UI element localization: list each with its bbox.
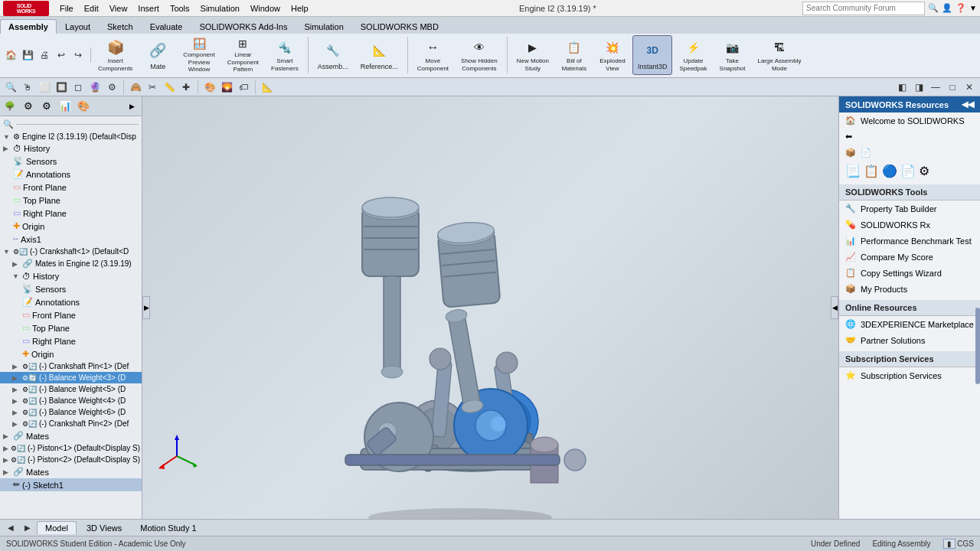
units-indicator[interactable]: ▮ [943,539,956,549]
tb2-view-right[interactable]: ◨ [911,80,926,95]
menu-simulation[interactable]: Simulation [196,2,244,15]
quickaccess-save[interactable]: 💾 [20,47,35,63]
tree-item-mates-in-engine[interactable]: ▶ 🔗 Mates in Engine I2 (3.19.19) [0,257,142,270]
tb2-view-left[interactable]: ◧ [894,80,910,95]
tb2-hide[interactable]: 🙈 [128,80,143,95]
quickaccess-redo[interactable]: ↪ [70,47,86,63]
left-panel-collapse[interactable]: ▶ [142,296,150,319]
tree-item-origin-sub[interactable]: ✚ Origin [0,347,142,360]
tab-nav-right[interactable]: ▶ [20,520,35,536]
menu-file[interactable]: File [55,2,78,15]
tree-item-top-plane-sub[interactable]: ▭ Top Plane [0,321,142,334]
tb2-view4[interactable]: 🔲 [54,80,69,95]
tree-item-balance-weight4[interactable]: ▶ ⚙🔄 (-) Balance Weight<4> (D [0,395,142,406]
btn-move-component[interactable]: ↔ MoveComponent [412,35,454,75]
tab-assembly[interactable]: Assembly [0,19,57,34]
tree-item-sensors-sub[interactable]: 📡 Sensors [0,282,142,295]
quickaccess-undo[interactable]: ↩ [54,47,69,63]
tb2-view6[interactable]: 🔮 [87,80,103,95]
options-icon[interactable]: ▼ [969,4,977,12]
btn-large-assembly[interactable]: 🏗 Large AssemblyMode [752,35,806,75]
rp-benchmark[interactable]: 📊 Performance Benchmark Test [839,233,980,249]
tree-item-front-plane[interactable]: ▭ Front Plane [0,181,142,194]
rp-property-tab-builder[interactable]: 🔧 Property Tab Builder [839,201,980,217]
menu-help[interactable]: Help [286,2,313,15]
tree-item-balance-weight6[interactable]: ▶ ⚙🔄 (-) Balance Weight<6> (D [0,406,142,418]
tab-3dviews[interactable]: 3D Views [78,521,130,535]
menu-edit[interactable]: Edit [80,2,103,15]
user-icon[interactable]: 👤 [942,3,952,13]
tb2-axes[interactable]: ✚ [178,80,194,95]
tree-item-mates2[interactable]: ▶ 🔗 Mates [0,465,142,478]
btn-bill-of-materials[interactable]: 📋 Bill ofMaterials [556,35,593,75]
rp-subscription[interactable]: ⭐ Subscription Services [839,367,980,383]
rp-3dexperience[interactable]: 🌐 3DEXPERIENCE Marketplace [839,316,980,332]
tab-nav-left[interactable]: ◀ [3,520,18,536]
btn-assembly[interactable]: 🔧 Assemb... [312,35,354,75]
tb2-view7[interactable]: ⚙ [104,80,119,95]
rp-partner-solutions[interactable]: 🤝 Partner Solutions [839,332,980,348]
tree-item-history-sub[interactable]: ▼ ⏱ History [0,270,142,282]
tab-mbd[interactable]: SOLIDWORKS MBD [352,19,447,34]
btn-instant3d[interactable]: 3D Instant3D [632,35,673,75]
tb2-view-maximize[interactable]: □ [945,80,960,95]
tb2-view-minimize[interactable]: — [928,80,943,95]
lp-expand-arrow[interactable]: ▶ [123,98,140,115]
btn-reference[interactable]: 📐 Reference... [355,35,403,75]
menu-window[interactable]: Window [246,2,285,15]
tb2-display[interactable]: 📐 [260,80,275,95]
tree-item-right-plane-sub[interactable]: ▭ Right Plane [0,334,142,347]
tree-item-sketch1[interactable]: ✏ (-) Sketch1 [0,478,142,491]
tree-item-balance-weight5[interactable]: ▶ ⚙🔄 (-) Balance Weight<5> (D [0,383,142,395]
btn-new-motion[interactable]: ▶ New MotionStudy [511,35,554,75]
tab-addins[interactable]: SOLIDWORKS Add-Ins [191,19,296,34]
rp-welcome[interactable]: 🏠 Welcome to SOLIDWORKS [839,112,980,129]
btn-component-preview[interactable]: 🪟 ComponentPreviewWindow [178,35,220,75]
tree-item-mates[interactable]: ▶ 🔗 Mates [0,429,142,442]
rp-icon-row[interactable]: 📦 📄 [839,145,980,161]
menu-view[interactable]: View [105,2,132,15]
tree-item-axis1[interactable]: ╌ Axis1 [0,233,142,246]
rp-my-products[interactable]: 📦 My Products [839,281,980,297]
btn-exploded-view[interactable]: 💥 ExplodedView [594,35,631,75]
rp-home-button[interactable]: ⬅ [839,129,980,145]
tb2-view2[interactable]: 🖱 [20,80,35,95]
tab-layout[interactable]: Layout [57,19,99,34]
tb2-section[interactable]: ✂ [145,80,160,95]
tree-item-top-plane[interactable]: ▭ Top Plane [0,194,142,207]
tree-item-front-plane-sub[interactable]: ▭ Front Plane [0,308,142,321]
lp-tab-dxfmanager[interactable]: 📊 [57,98,74,115]
btn-insert-components[interactable]: 📦 InsertComponents [93,35,138,75]
tree-item-piston1[interactable]: ▶ ⚙🔄 (-) Piston<1> (Default<Display S) [0,442,142,454]
rp-compare-score[interactable]: 📈 Compare My Score [839,249,980,265]
tb2-view1[interactable]: 🔍 [3,80,18,95]
btn-linear-pattern[interactable]: ⊞ LinearComponentPattern [222,35,264,75]
btn-mate[interactable]: 🔗 Mate [139,35,176,75]
tree-item-piston2[interactable]: ▶ ⚙🔄 (-) Piston<2> (Default<Display S) [0,454,142,465]
tree-item-right-plane[interactable]: ▭ Right Plane [0,207,142,220]
lp-tab-propertymanager[interactable]: ⚙ [20,98,37,115]
right-panel-collapse[interactable]: ◀ [831,296,838,319]
lp-tab-appearancemanager[interactable]: 🎨 [75,98,92,115]
tb2-scene[interactable]: 🌄 [219,80,234,95]
btn-smart-fasteners[interactable]: 🔩 SmartFasteners [266,35,304,75]
btn-show-hidden[interactable]: 👁 Show HiddenComponents [456,35,503,75]
tb2-planes[interactable]: 📏 [162,80,177,95]
tree-item-crankshaft-pin2[interactable]: ▶ ⚙🔄 (-) Crankshaft Pin<2> (Def [0,418,142,429]
menu-insert[interactable]: Insert [133,2,164,15]
tree-item-annotations[interactable]: 📝 Annotations [0,168,142,181]
tab-sketch[interactable]: Sketch [99,19,142,34]
tab-model[interactable]: Model [37,521,77,535]
tree-item-crankshaft1[interactable]: ▼ ⚙🔄 (-) Crankshaft<1> (Default<D [0,246,142,257]
tab-simulation[interactable]: Simulation [296,19,351,34]
tb2-view5[interactable]: ◻ [70,80,86,95]
quickaccess-print[interactable]: 🖨 [37,47,52,63]
tab-evaluate[interactable]: Evaluate [142,19,191,34]
search-icon[interactable]: 🔍 [928,3,939,13]
tree-item-sensors[interactable]: 📡 Sensors [0,155,142,168]
tb2-view-close[interactable]: ✕ [962,80,977,95]
tree-item-origin[interactable]: ✚ Origin [0,220,142,233]
tree-item-annotations-sub[interactable]: 📝 Annotations [0,295,142,308]
tree-item-crankshaft-pin1[interactable]: ▶ ⚙🔄 (-) Crankshaft Pin<1> (Def [0,360,142,372]
btn-take-snapshot[interactable]: 📷 TakeSnapshot [714,35,750,75]
